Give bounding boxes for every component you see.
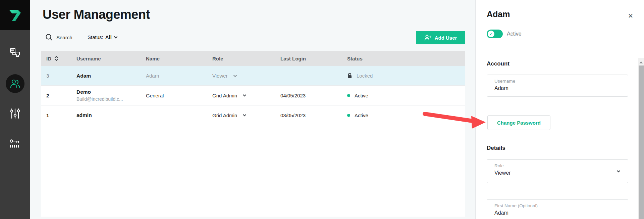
- active-nav-highlight: [6, 74, 24, 93]
- users-icon: [10, 79, 20, 89]
- role-dropdown[interactable]: Grid Admin: [212, 113, 280, 118]
- table-row-admin[interactable]: 1 admin Grid Admin 03/05/2023 Active: [41, 105, 465, 125]
- first-name-field-label: First Name (Optional): [494, 203, 628, 208]
- status-label: Active: [355, 93, 368, 98]
- column-header-last-login[interactable]: Last Login: [280, 56, 347, 61]
- scrollbar-up-arrow-icon[interactable]: [638, 59, 644, 65]
- cell-status: Active: [347, 113, 465, 118]
- incredibuild-logo-icon: [8, 8, 22, 22]
- agents-icon: [9, 47, 21, 58]
- cell-username: Demo Build@incredibuild.c...: [76, 89, 146, 102]
- scrollbar-thumb[interactable]: [639, 65, 644, 219]
- sort-icon[interactable]: [54, 56, 58, 61]
- chevron-down-icon: [616, 169, 621, 173]
- active-status-dot: [347, 114, 350, 117]
- main-content: User Management Search Status: All: [30, 0, 475, 219]
- first-name-field-value: Adam: [494, 210, 628, 216]
- column-header-status[interactable]: Status: [347, 56, 465, 61]
- add-user-button[interactable]: Add User: [416, 31, 465, 44]
- cell-email: Build@incredibuild.c...: [76, 96, 146, 102]
- username-field-value: Adam: [494, 85, 628, 91]
- role-select[interactable]: Role Viewer: [487, 159, 628, 183]
- cell-name: General: [146, 93, 212, 98]
- table-header-row: ID Username Name Role Last Login Status: [41, 51, 465, 66]
- status-filter-value: All: [105, 34, 112, 40]
- role-select-label: Role: [494, 163, 628, 168]
- user-detail-panel: Adam ✕ ✓ Active Account Username Adam Ch…: [475, 0, 644, 219]
- cell-status: Locked: [347, 73, 465, 79]
- cell-name: Adam: [146, 73, 212, 79]
- search-icon: [45, 34, 53, 41]
- sidebar: [0, 0, 30, 219]
- table-row-adam[interactable]: 3 Adam Adam Viewer Locked: [41, 66, 465, 85]
- close-icon[interactable]: ✕: [628, 13, 633, 19]
- active-toggle-label: Active: [507, 31, 522, 37]
- add-user-label: Add User: [435, 35, 457, 41]
- status-filter-dropdown[interactable]: Status: All: [88, 34, 118, 40]
- active-status-dot: [347, 94, 350, 97]
- change-password-button[interactable]: Change Password: [487, 115, 550, 130]
- panel-scrollbar[interactable]: [638, 58, 644, 219]
- search-placeholder: Search: [56, 35, 72, 40]
- column-header-name[interactable]: Name: [146, 56, 212, 61]
- page-title: User Management: [43, 7, 150, 22]
- chevron-down-icon: [243, 113, 247, 117]
- cell-status: Active: [347, 93, 465, 98]
- column-header-id[interactable]: ID: [41, 56, 76, 61]
- sidebar-item-settings[interactable]: [0, 104, 30, 123]
- panel-title: Adam: [487, 9, 510, 19]
- users-table: ID Username Name Role Last Login Status …: [41, 51, 465, 217]
- cell-last-login: 03/05/2023: [280, 113, 347, 118]
- chevron-down-icon: [243, 93, 247, 97]
- incredibuild-logo[interactable]: [0, 0, 30, 30]
- status-label: Active: [355, 113, 368, 118]
- chevron-down-icon: [114, 35, 118, 39]
- username-field[interactable]: Username Adam: [487, 75, 628, 97]
- cell-username: admin: [76, 112, 146, 118]
- cell-username: Adam: [76, 73, 146, 79]
- cell-id: 2: [41, 93, 76, 98]
- sidebar-item-users[interactable]: [0, 74, 30, 93]
- license-key-icon: [9, 138, 21, 148]
- first-name-field[interactable]: First Name (Optional) Adam: [487, 199, 628, 219]
- cell-id: 3: [41, 73, 76, 79]
- lock-icon: [347, 73, 352, 79]
- cell-last-login: 04/05/2023: [280, 93, 347, 98]
- sidebar-item-license[interactable]: [0, 134, 30, 152]
- chevron-down-icon: [233, 74, 237, 78]
- toggle-knob-check-icon: ✓: [488, 31, 494, 37]
- cell-id: 1: [41, 113, 76, 118]
- user-management-screen: User Management Search Status: All: [0, 0, 644, 219]
- add-user-icon: [424, 35, 432, 41]
- username-field-label: Username: [494, 79, 628, 84]
- settings-sliders-icon: [10, 108, 20, 119]
- column-header-role[interactable]: Role: [212, 56, 280, 61]
- sidebar-item-agents[interactable]: [0, 43, 30, 62]
- table-row-demo[interactable]: 2 Demo Build@incredibuild.c... General G…: [41, 85, 465, 105]
- role-dropdown[interactable]: Viewer: [212, 73, 280, 79]
- status-filter-label: Status:: [88, 34, 103, 40]
- active-toggle[interactable]: ✓: [487, 30, 503, 38]
- role-select-value: Viewer: [494, 170, 628, 176]
- panel-divider: [487, 49, 634, 49]
- role-dropdown[interactable]: Grid Admin: [212, 93, 280, 98]
- search-input[interactable]: Search: [45, 34, 72, 41]
- active-toggle-row: ✓ Active: [487, 30, 522, 38]
- details-section-heading: Details: [487, 145, 505, 151]
- status-label: Locked: [357, 73, 373, 79]
- column-header-username[interactable]: Username: [76, 56, 146, 61]
- account-section-heading: Account: [487, 60, 509, 67]
- toolbar: Search Status: All Add User: [30, 31, 475, 45]
